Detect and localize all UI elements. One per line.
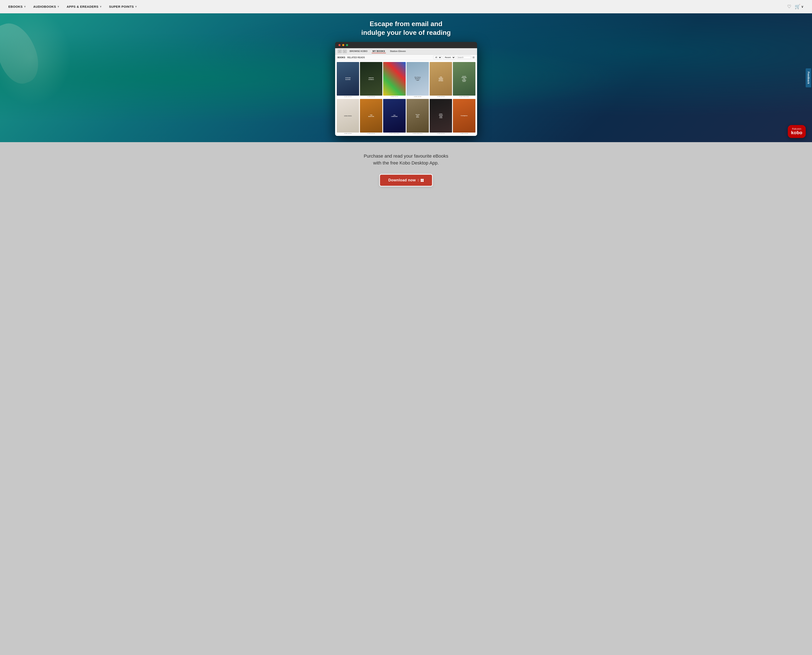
wishlist-icon[interactable]: ♡ xyxy=(787,4,791,9)
book-label: KOBO EPUB xyxy=(368,96,375,97)
kobo-badge: Rakuten kobo xyxy=(788,125,806,138)
chevron-down-icon: ∨ xyxy=(801,5,804,9)
tab-browse-kobo[interactable]: BROWSE KOBO xyxy=(349,49,369,53)
app-toolbar: ‹ › BROWSE KOBO MY BOOKS Station Eleven xyxy=(335,48,477,55)
lower-desc-line2: with the free Kobo Desktop App. xyxy=(373,160,439,166)
navbar: eBOOKS ∨ AUDIOBOOKS ∨ APPS & eREADERS ∨ … xyxy=(0,0,812,13)
app-tabs: BROWSE KOBO MY BOOKS Station Eleven xyxy=(349,49,407,53)
book-label: KOBO PREVIEW xyxy=(389,133,399,134)
book-card-luminaries[interactable]: THELUMINARIES KOBO PREVIEW xyxy=(383,99,406,134)
hero-headline: Escape from email and indulge your love … xyxy=(361,20,451,37)
cart-button[interactable]: 🛒 ∨ xyxy=(795,4,804,9)
mac-close-dot xyxy=(338,44,341,46)
subtab-related-reads[interactable]: RELATED READS xyxy=(347,56,365,58)
book-card-contagious[interactable]: Contagious KOBO EPUB xyxy=(453,99,475,134)
svg-rect-1 xyxy=(422,179,424,180)
feedback-tab[interactable]: Feedback xyxy=(806,68,811,87)
book-card-kristin-hannah[interactable]: KRISTINHANNAH KOBO EPUB xyxy=(360,62,382,97)
chevron-down-icon: ∨ xyxy=(24,5,26,8)
download-btn-label: Download now xyxy=(388,178,416,183)
book-label: KOBO EPUB xyxy=(414,96,421,97)
book-card-cockroach[interactable]: COCK-ROACHRAWIHAGE KOBO EPUB xyxy=(430,99,452,134)
chevron-down-icon: ∨ xyxy=(57,5,59,8)
book-label: KOBO EPUB xyxy=(368,133,375,134)
book-card-sun-also-rises[interactable]: The SunAlsoRises KOBO PREVIEW xyxy=(406,99,429,134)
subtab-books[interactable]: BOOKS xyxy=(338,56,345,58)
lower-desc-line1: Purchase and read your favourite eBooks xyxy=(364,154,448,158)
book-card-smitten-kitchen[interactable]: smitten kitchen KOBO EPUB xyxy=(337,99,359,134)
book-card-northern-light[interactable]: One SomeNorthernLight KOBO EPUB xyxy=(406,62,429,97)
nav-item-ebooks[interactable]: eBOOKS ∨ xyxy=(8,5,26,8)
windows-icon xyxy=(421,179,424,182)
nav-left: eBOOKS ∨ AUDIOBOOKS ∨ APPS & eREADERS ∨ … xyxy=(8,5,137,8)
book-card-martian[interactable]: THEMARTIAN KOBO EPUB xyxy=(360,99,382,134)
nav-label-audiobooks: AUDIOBOOKS xyxy=(33,5,56,8)
mac-titlebar xyxy=(335,42,477,48)
hero-headline-line1: Escape from email and xyxy=(369,20,443,28)
filter-recent-select[interactable]: Recent xyxy=(443,56,455,59)
nav-right: ♡ 🛒 ∨ xyxy=(787,4,804,9)
kobo-badge-rakuten: Rakuten xyxy=(792,128,801,130)
book-grid-row2: smitten kitchen KOBO EPUB THEMARTIAN KOB… xyxy=(335,99,477,136)
book-label: KOBO PLUS xyxy=(391,96,398,97)
mac-maximize-dot xyxy=(346,44,348,46)
book-label: KOBO PREVIEW xyxy=(459,96,469,97)
nav-label-ebooks: eBOOKS xyxy=(8,5,23,8)
app-mockup-window: ‹ › BROWSE KOBO MY BOOKS Station Eleven … xyxy=(335,42,477,136)
nav-item-audiobooks[interactable]: AUDIOBOOKS ∨ xyxy=(33,5,59,8)
grid-view-icon[interactable]: ⊞ xyxy=(472,56,475,59)
hero-content: Escape from email and indulge your love … xyxy=(0,13,812,142)
book-card-orenda[interactable]: THEORENDAJOSEPHBOYDEN KOBO EPUB xyxy=(430,62,452,97)
book-card-colorful[interactable]: KOBO PLUS xyxy=(383,62,406,97)
book-label: KOBO EPUB xyxy=(437,96,444,97)
lower-section: Purchase and read your favourite eBooks … xyxy=(0,142,812,655)
book-label: KOBO EPUB xyxy=(344,133,351,134)
app-subbar: BOOKS RELATED READS All Recent ⊞ xyxy=(335,55,477,60)
cart-icon: 🛒 xyxy=(795,4,800,9)
search-input[interactable] xyxy=(457,56,471,59)
filter-all-select[interactable]: All xyxy=(433,56,442,59)
app-book-content: STATIONELEVEN KOBO EPUB KRISTINHANNAH KO… xyxy=(335,60,477,136)
kobo-badge-kobo: kobo xyxy=(791,130,803,135)
os-icons:  xyxy=(418,178,424,182)
download-now-button[interactable]: Download now  xyxy=(380,175,432,186)
apple-icon:  xyxy=(418,178,419,182)
nav-label-apps: APPS & eREADERS xyxy=(67,5,98,8)
tab-station-eleven[interactable]: Station Eleven xyxy=(389,49,407,53)
book-card-station-eleven[interactable]: STATIONELEVEN KOBO EPUB xyxy=(337,62,359,97)
hero-headline-line2: indulge your love of reading xyxy=(361,29,451,36)
app-back-button[interactable]: ‹ xyxy=(338,49,342,53)
book-grid-row1: STATIONELEVEN KOBO EPUB KRISTINHANNAH KO… xyxy=(335,60,477,99)
chevron-down-icon: ∨ xyxy=(135,5,137,8)
hero-section: Feedback Escape from email and indulge y… xyxy=(0,13,812,142)
book-label: KOBO PREVIEW xyxy=(413,133,423,134)
svg-rect-0 xyxy=(421,179,422,180)
filter-group: All Recent ⊞ xyxy=(433,56,475,59)
book-card-buried-giant[interactable]: KAZUOISHIGUROTHEBURIEDGIANT KOBO PREVIEW xyxy=(453,62,475,97)
nav-label-superpoints: SUPER POINTS xyxy=(109,5,134,8)
tab-my-books[interactable]: MY BOOKS xyxy=(372,49,386,53)
book-label: KOBO EPUB xyxy=(344,96,351,97)
lower-description: Purchase and read your favourite eBooks … xyxy=(364,152,448,166)
svg-rect-2 xyxy=(421,180,422,182)
svg-rect-3 xyxy=(422,180,424,182)
nav-item-apps[interactable]: APPS & eREADERS ∨ xyxy=(67,5,102,8)
app-forward-button[interactable]: › xyxy=(343,49,347,53)
nav-item-superpoints[interactable]: SUPER POINTS ∨ xyxy=(109,5,137,8)
mac-window-content: ‹ › BROWSE KOBO MY BOOKS Station Eleven … xyxy=(335,48,477,136)
app-nav-buttons: ‹ › xyxy=(338,49,347,53)
book-label: KOBO EPUB xyxy=(437,133,444,134)
chevron-down-icon: ∨ xyxy=(100,5,102,8)
mac-minimize-dot xyxy=(342,44,344,46)
book-label: KOBO EPUB xyxy=(460,133,468,134)
